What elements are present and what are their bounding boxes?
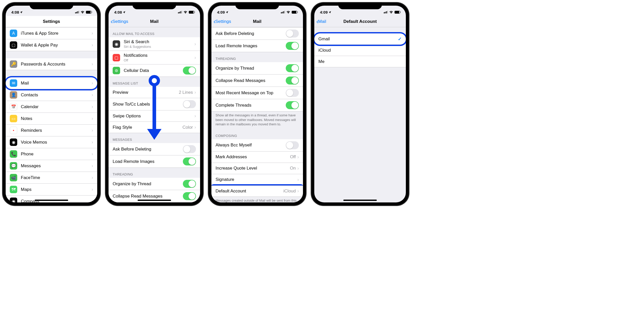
app-icon: • — [10, 127, 17, 134]
row-wallet-apple-pay[interactable]: ▢ Wallet & Apple Pay › — [6, 39, 97, 51]
row-reminders[interactable]: • Reminders › — [6, 125, 97, 136]
row-label: Cellular Data — [124, 68, 183, 73]
row-label: Voice Memos — [21, 140, 92, 145]
toggle[interactable] — [183, 145, 196, 153]
row-notes[interactable]: ▭ Notes › — [6, 113, 97, 125]
row-label: Wallet & Apple Pay — [21, 43, 92, 48]
row-label: Swipe Options — [113, 114, 194, 119]
row-contacts[interactable]: 👤 Contacts › — [6, 89, 97, 101]
chevron-right-icon: › — [297, 177, 299, 182]
toggle[interactable] — [286, 101, 299, 109]
row-bcc[interactable]: Always Bcc Myself — [211, 139, 303, 152]
row-mark-addresses[interactable]: Mark AddressesOff› — [211, 152, 303, 163]
row-default-account[interactable]: Default AccountiCloud› — [211, 185, 303, 197]
chevron-right-icon: › — [92, 187, 93, 192]
toggle[interactable] — [286, 30, 299, 38]
row-voice-memos[interactable]: ◉ Voice Memos › — [6, 136, 97, 148]
row-account-gmail[interactable]: Gmail✓ — [314, 33, 406, 45]
status-time: 4:09 — [217, 10, 225, 14]
row-account-me[interactable]: Me — [314, 56, 406, 67]
toggle[interactable] — [183, 192, 196, 200]
row-passwords-accounts[interactable]: 🔑 Passwords & Accounts › — [6, 58, 97, 70]
signal-icon — [384, 11, 388, 13]
home-indicator[interactable] — [35, 200, 68, 201]
row-cellular[interactable]: ⊚Cellular Data — [109, 64, 200, 77]
mail-settings-list[interactable]: Ask Before Deleting Load Remote Images T… — [211, 27, 303, 202]
row-swipe[interactable]: Swipe Options› — [109, 110, 200, 122]
toggle[interactable] — [286, 77, 299, 85]
row-label: Show To/Cc Labels — [113, 102, 183, 107]
row-preview[interactable]: Preview2 Lines› — [109, 87, 200, 98]
toggle[interactable] — [286, 141, 299, 149]
chevron-right-icon: › — [92, 104, 93, 109]
row-label: Organize by Thread — [216, 66, 286, 71]
toggle[interactable] — [183, 100, 196, 108]
home-indicator[interactable] — [138, 200, 171, 201]
toggle[interactable] — [183, 157, 196, 165]
row-itunes-app-store[interactable]: A iTunes & App Store › — [6, 27, 97, 39]
row-ask-delete[interactable]: Ask Before Deleting — [109, 143, 200, 155]
row-label: Mark Addresses — [216, 154, 290, 160]
chevron-right-icon: › — [194, 125, 196, 130]
toggle[interactable] — [286, 89, 299, 97]
row-recent[interactable]: Most Recent Message on Top — [211, 87, 303, 99]
section-header: COMPOSING — [211, 129, 303, 139]
row-messages[interactable]: 💬 Messages › — [6, 160, 97, 172]
back-button[interactable]: ‹Mail — [316, 18, 326, 25]
row-ask-delete[interactable]: Ask Before Deleting — [211, 27, 303, 40]
chevron-right-icon: › — [92, 128, 93, 133]
settings-list[interactable]: A iTunes & App Store › ▢ Wallet & Apple … — [6, 27, 97, 202]
chevron-right-icon: › — [92, 42, 93, 48]
app-icon: 📹 — [10, 174, 17, 181]
phone-frame-1: 4:08 Settings A iTunes & App Store › ▢ W… — [3, 3, 100, 206]
battery-icon — [292, 11, 297, 14]
chevron-right-icon: › — [92, 175, 93, 180]
row-complete[interactable]: Complete Threads — [211, 99, 303, 111]
wifi-icon — [389, 11, 393, 14]
toggle[interactable] — [286, 64, 299, 72]
back-button[interactable]: ‹Settings — [111, 18, 128, 25]
row-organize[interactable]: Organize by Thread — [211, 62, 303, 74]
row-collapse[interactable]: Collapse Read Messages — [211, 74, 303, 87]
app-icon: 👤 — [10, 91, 17, 99]
row-calendar[interactable]: 📅 Calendar › — [6, 101, 97, 113]
row-label: Ask Before Deleting — [113, 147, 183, 152]
location-icon — [20, 11, 23, 14]
toggle[interactable] — [183, 180, 196, 188]
status-time: 4:08 — [11, 10, 19, 14]
row-sublabel: Siri & Suggestions — [124, 45, 194, 49]
mail-settings-list[interactable]: ALLOW MAIL TO ACCESS ◉Siri & SearchSiri … — [109, 27, 200, 202]
row-tocc[interactable]: Show To/Cc Labels — [109, 98, 200, 110]
row-account-icloud[interactable]: iCloud — [314, 45, 406, 56]
row-remote-images[interactable]: Load Remote Images — [109, 155, 200, 168]
row-siri[interactable]: ◉Siri & SearchSiri & Suggestions› — [109, 37, 200, 51]
row-organize[interactable]: Organize by Thread — [109, 178, 200, 190]
location-icon — [123, 11, 126, 14]
app-icon: 🔑 — [10, 60, 17, 68]
nav-bar: ‹Settings Mail — [211, 16, 303, 27]
section-header: ALLOW MAIL TO ACCESS — [109, 27, 200, 37]
battery-icon — [189, 11, 194, 14]
toggle[interactable] — [183, 67, 196, 74]
row-flag[interactable]: Flag StyleColor› — [109, 122, 200, 133]
chevron-right-icon: › — [194, 90, 196, 95]
toggle[interactable] — [286, 42, 299, 50]
home-indicator[interactable] — [343, 200, 377, 201]
row-signature[interactable]: Signature› — [211, 174, 303, 185]
section-header: MESSAGE LIST — [109, 77, 200, 87]
row-label: Messages — [21, 163, 92, 169]
row-quote-level[interactable]: Increase Quote LevelOn› — [211, 163, 303, 174]
back-button[interactable]: ‹Settings — [213, 18, 231, 25]
row-notifications[interactable]: ▢NotificationsOff› — [109, 51, 200, 64]
row-compass[interactable]: ◉ Compass › — [6, 195, 97, 202]
default-account-list[interactable]: Gmail✓ iCloud Me — [314, 27, 406, 202]
row-mail[interactable]: ✉ Mail › — [6, 77, 97, 89]
row-maps[interactable]: 🗺 Maps › — [6, 184, 97, 195]
row-remote-images[interactable]: Load Remote Images — [211, 40, 303, 52]
row-facetime[interactable]: 📹 FaceTime › — [6, 172, 97, 184]
back-label: Settings — [112, 19, 128, 24]
screen-2: 4:08 ‹Settings Mail ALLOW MAIL TO ACCESS… — [109, 6, 200, 202]
app-icon: ✉ — [10, 79, 17, 87]
row-label: Phone — [21, 152, 92, 157]
row-phone[interactable]: 📞 Phone › — [6, 148, 97, 160]
